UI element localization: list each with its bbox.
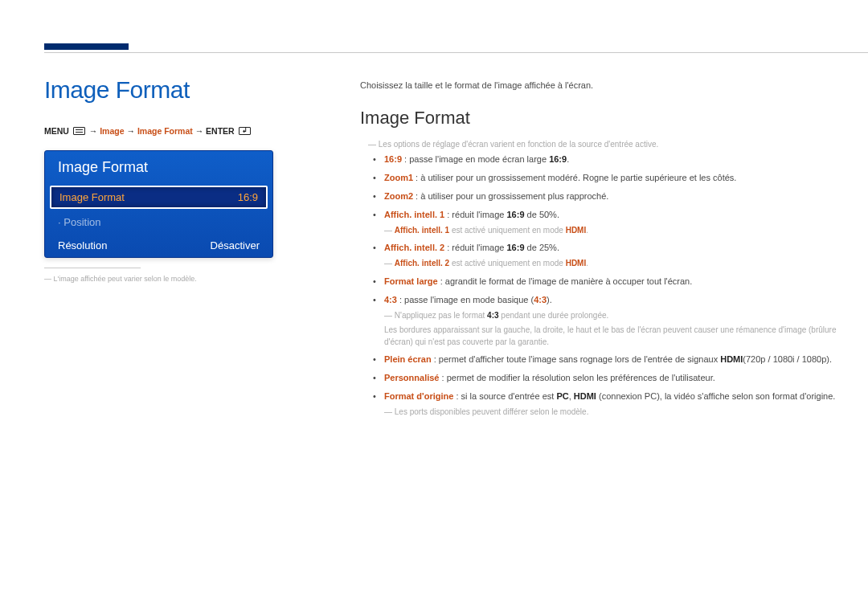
- opt-term: Personnalisé: [384, 373, 439, 382]
- opt-desc: : agrandit le format de l'image de maniè…: [438, 276, 693, 286]
- note-term: Affich. intell. 2: [395, 259, 449, 268]
- opt-end: de 25%.: [525, 243, 559, 252]
- opt-zoom2: Zoom2 : à utiliser pour un grossissement…: [384, 190, 840, 203]
- menu-icon: [73, 127, 85, 135]
- opt-hdmi: HDMI: [574, 391, 596, 401]
- opt-fullscreen: Plein écran : permet d'afficher toute l'…: [384, 353, 840, 366]
- opt-term: 4:3: [384, 295, 397, 304]
- section-subtitle: Image Format: [360, 108, 840, 129]
- opt-bold: 16:9: [549, 154, 567, 164]
- opt-4-3: 4:3 : passe l'image en mode basique (4:3…: [384, 294, 840, 348]
- opt-term: Affich. intell. 1: [384, 210, 444, 219]
- osd-row-label: Position: [58, 216, 100, 228]
- opt-end: ).: [547, 295, 552, 304]
- chapter-tab: [44, 43, 129, 50]
- breadcrumb-image-format: Image Format: [137, 126, 193, 136]
- opt-original: Format d'origine : si la source d'entrée…: [384, 390, 840, 418]
- osd-row-value: 16:9: [238, 191, 258, 203]
- left-column: Image Format MENU → Image → Image Format…: [44, 76, 293, 283]
- opt-desc: : passe l'image en mode basique (: [397, 295, 534, 304]
- opt-pc: PC: [556, 391, 568, 401]
- osd-row-resolution[interactable]: Résolution Désactiver: [45, 234, 272, 257]
- note-source-dependent: Les options de réglage d'écran varient e…: [368, 140, 840, 149]
- opt-term: 16:9: [384, 154, 402, 164]
- note-end: .: [586, 226, 588, 235]
- opt-desc: : permet de modifier la résolution selon…: [439, 373, 714, 382]
- opt-4-3-note1: N'appliquez pas le format 4:3 pendant un…: [384, 310, 840, 322]
- note-term: Affich. intell. 1: [395, 226, 449, 235]
- note-text: est activé uniquement en mode: [449, 259, 566, 268]
- opt-smart1: Affich. intell. 1 : réduit l'image 16:9 …: [384, 209, 840, 236]
- breadcrumb: MENU → Image → Image Format → ENTER: [44, 126, 293, 136]
- opt-custom: Personnalisé : permet de modifier la rés…: [384, 372, 840, 385]
- intro-text: Choisissez la taille et le format de l'i…: [360, 80, 840, 90]
- note-text: N'appliquez pas le format: [395, 311, 487, 320]
- opt-term: Zoom1: [384, 173, 413, 182]
- footnote-divider: [44, 268, 141, 268]
- opt-desc: : réduit l'image: [444, 243, 506, 252]
- page-title: Image Format: [44, 76, 293, 104]
- opt-smart2: Affich. intell. 2 : réduit l'image 16:9 …: [384, 242, 840, 269]
- osd-row-position[interactable]: Position: [45, 210, 272, 234]
- opt-end: .: [567, 154, 569, 164]
- breadcrumb-arrow2: →: [126, 126, 137, 136]
- opt-end: de 50%.: [525, 210, 559, 219]
- opt-desc: : si la source d'entrée est: [453, 391, 556, 401]
- osd-panel-title: Image Format: [45, 151, 272, 184]
- footnote-text: L'image affichée peut varier selon le mo…: [44, 275, 293, 283]
- opt-desc: : passe l'image en mode écran large: [402, 154, 549, 164]
- opt-4-3-note2: Les bordures apparaissant sur la gauche,…: [384, 324, 840, 348]
- opt-desc: : permet d'afficher toute l'image sans r…: [432, 354, 721, 364]
- enter-icon: [239, 127, 251, 135]
- opt-bold: 16:9: [507, 210, 525, 219]
- opt-wide: Format large : agrandit le format de l'i…: [384, 276, 840, 288]
- opt-desc: : à utiliser pour un grossissement plus …: [413, 191, 608, 201]
- note-end: pendant une durée prolongée.: [499, 311, 609, 320]
- breadcrumb-image: Image: [100, 126, 124, 136]
- opt-term: Format d'origine: [384, 391, 453, 401]
- osd-row-label: Résolution: [58, 239, 107, 251]
- osd-panel: Image Format Image Format 16:9 Position …: [44, 150, 273, 258]
- note-text: est activé uniquement en mode: [449, 226, 566, 235]
- opt-bold: 16:9: [507, 243, 525, 252]
- opt-original-note: Les ports disponibles peuvent différer s…: [384, 407, 840, 419]
- opt-end: (connexion PC), la vidéo s'affiche selon…: [596, 391, 836, 401]
- opt-term: Format large: [384, 276, 438, 286]
- breadcrumb-arrow3: →: [195, 126, 206, 136]
- breadcrumb-menu: MENU: [44, 126, 69, 136]
- opt-desc: : à utiliser pour un grossissement modér…: [413, 173, 736, 182]
- options-list: 16:9 : passe l'image en mode écran large…: [384, 153, 840, 418]
- opt-desc: : réduit l'image: [444, 210, 506, 219]
- osd-row-value: Désactiver: [211, 239, 260, 251]
- opt-term: Zoom2: [384, 191, 413, 201]
- note-hdmi: HDMI: [566, 226, 587, 235]
- opt-16-9: 16:9 : passe l'image en mode écran large…: [384, 153, 840, 166]
- opt-smart2-note: Affich. intell. 2 est activé uniquement …: [384, 258, 840, 270]
- opt-bold: HDMI: [720, 354, 743, 364]
- breadcrumb-enter: ENTER: [206, 126, 235, 136]
- opt-term: Plein écran: [384, 354, 432, 364]
- osd-row-label: Image Format: [59, 191, 125, 203]
- opt-end: (720p / 1080i / 1080p).: [743, 354, 832, 364]
- note-end: .: [586, 259, 588, 268]
- note-bold: 4:3: [487, 311, 498, 320]
- osd-row-image-format[interactable]: Image Format 16:9: [50, 186, 268, 209]
- opt-zoom1: Zoom1 : à utiliser pour un grossissement…: [384, 172, 840, 185]
- opt-bold: 4:3: [534, 295, 547, 304]
- opt-smart1-note: Affich. intell. 1 est activé uniquement …: [384, 225, 840, 237]
- breadcrumb-arrow1: →: [89, 126, 100, 136]
- top-divider: [44, 52, 868, 53]
- opt-term: Affich. intell. 2: [384, 243, 444, 252]
- right-column: Choisissez la taille et le format de l'i…: [360, 80, 840, 423]
- note-hdmi: HDMI: [566, 259, 587, 268]
